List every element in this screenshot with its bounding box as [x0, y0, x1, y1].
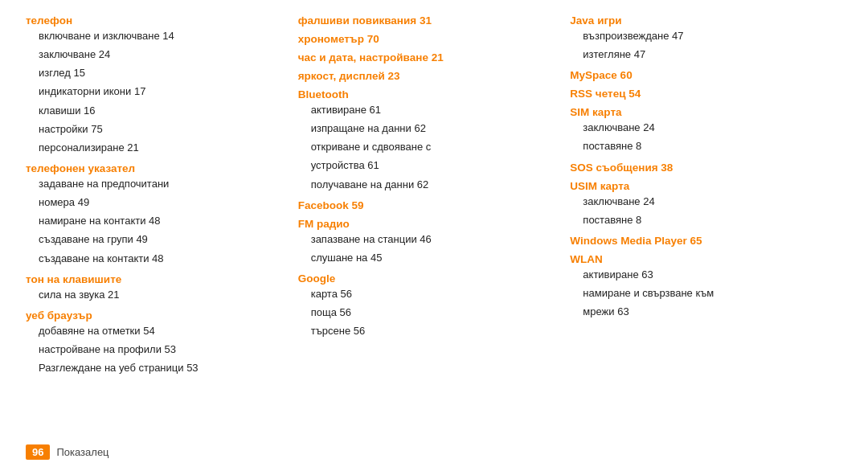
sub-item: номера 49	[26, 195, 284, 211]
sub-item: персонализиране 21	[26, 140, 284, 156]
sub-item: Разглеждане на уеб страници 53	[26, 360, 284, 376]
category-title: Java игри	[570, 14, 828, 27]
column-col1: телефонвключване и изключване 14заключва…	[26, 14, 298, 433]
category-title: хронометър 70	[298, 33, 556, 45]
category-title: час и дата, настройване 21	[298, 51, 556, 63]
sub-item: намиране на контакти 48	[26, 213, 284, 229]
page-label: Показалец	[56, 446, 108, 458]
column-col2: фалшиви повиквания 31хронометър 70час и …	[298, 14, 571, 433]
column-col3: Java игривъзпроизвеждане 47изтегляне 47M…	[570, 14, 842, 433]
sub-item: изпращане на данни 62	[298, 121, 556, 137]
category-title: уеб браузър	[26, 309, 284, 322]
sub-item: намиране и свързване към	[570, 285, 828, 301]
sub-item: поставяне 8	[570, 212, 828, 228]
sub-item: задаване на предпочитани	[26, 176, 284, 192]
sub-item: настройване на профили 53	[26, 342, 284, 358]
category-title: тон на клавишите	[26, 273, 284, 285]
sub-item: карта 56	[298, 286, 556, 302]
sub-item: сила на звука 21	[26, 287, 284, 303]
category-title: SOS съобщения 38	[570, 162, 828, 174]
sub-item: заключване 24	[570, 194, 828, 210]
category-title: Facebook 59	[298, 199, 556, 211]
sub-item: активиране 63	[570, 267, 828, 283]
category-title: FM радио	[298, 218, 556, 230]
sub-item: индикаторни икони 17	[26, 84, 284, 100]
sub-item: търсене 56	[298, 323, 556, 339]
category-title: Google	[298, 272, 556, 285]
sub-item: откриване и сдвояване с	[298, 139, 556, 155]
category-title: телефон	[26, 14, 284, 27]
sub-item: запазване на станции 46	[298, 231, 556, 248]
sub-item: мрежи 63	[570, 304, 828, 320]
sub-item: заключване 24	[570, 120, 828, 136]
category-title: SIM карта	[570, 106, 828, 118]
sub-item: получаване на данни 62	[298, 177, 556, 193]
sub-item: добавяне на отметки 54	[26, 323, 284, 339]
category-title: телефонен указател	[26, 162, 284, 174]
page-footer: 96 Показалец	[26, 441, 842, 460]
sub-item: създаване на групи 49	[26, 231, 284, 248]
sub-item: изглед 15	[26, 65, 284, 81]
category-title: USIM карта	[570, 180, 828, 192]
sub-item: устройства 61	[298, 158, 556, 174]
category-title: RSS четец 54	[570, 88, 828, 100]
sub-item: настройки 75	[26, 121, 284, 137]
sub-item: включване и изключване 14	[26, 28, 284, 44]
sub-item: изтегляне 47	[570, 47, 828, 63]
page-number: 96	[26, 444, 50, 460]
content-columns: телефонвключване и изключване 14заключва…	[26, 14, 842, 433]
category-title: WLAN	[570, 253, 828, 265]
category-title: яркост, дисплей 23	[298, 70, 556, 82]
sub-item: слушане на 45	[298, 250, 556, 266]
category-title: Windows Media Player 65	[570, 235, 828, 247]
category-title: фалшиви повиквания 31	[298, 14, 556, 27]
sub-item: клавиши 16	[26, 103, 284, 119]
sub-item: активиране 61	[298, 102, 556, 118]
sub-item: поща 56	[298, 305, 556, 321]
sub-item: заключване 24	[26, 47, 284, 63]
page: телефонвключване и изключване 14заключва…	[0, 0, 868, 471]
sub-item: поставяне 8	[570, 138, 828, 154]
category-title: MySpace 60	[570, 69, 828, 81]
sub-item: възпроизвеждане 47	[570, 28, 828, 44]
sub-item: създаване на контакти 48	[26, 251, 284, 267]
category-title: Bluetooth	[298, 88, 556, 100]
